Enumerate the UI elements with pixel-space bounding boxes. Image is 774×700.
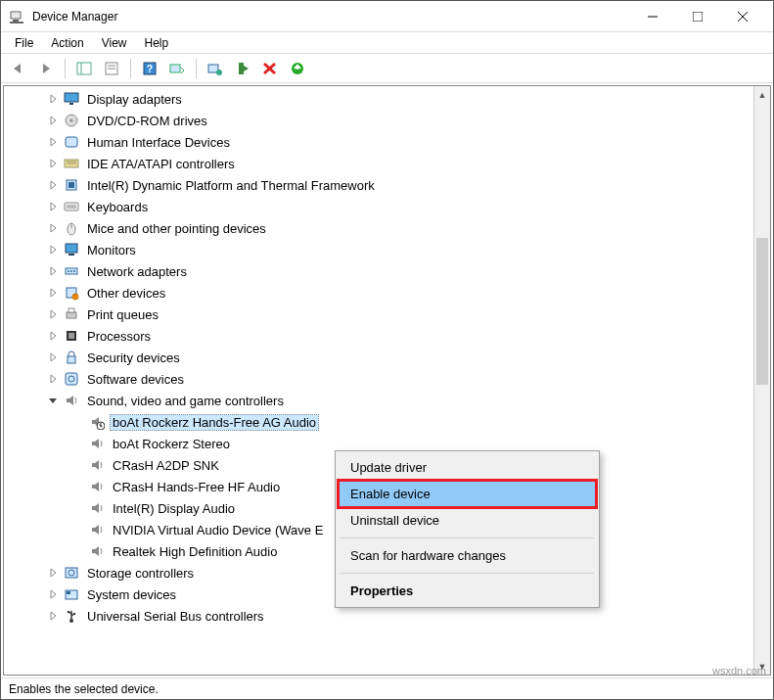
keyboard-icon (63, 198, 80, 215)
tree-item[interactable]: Network adapters (4, 260, 753, 282)
tree-item-label: Print queues (84, 306, 161, 323)
tree-item-label: IDE ATA/ATAPI controllers (84, 156, 238, 172)
svg-point-41 (73, 270, 75, 272)
svg-rect-56 (67, 591, 70, 594)
expander-icon[interactable] (45, 328, 61, 344)
tree-item[interactable]: Intel(R) Dynamic Platform and Thermal Fr… (4, 174, 753, 196)
expander-icon[interactable] (45, 306, 61, 322)
ide-icon (63, 155, 80, 172)
cd-icon (63, 112, 80, 129)
svg-rect-25 (66, 137, 77, 147)
properties-button[interactable] (100, 57, 123, 80)
expander-icon[interactable] (45, 177, 61, 193)
menu-action[interactable]: Action (43, 34, 91, 52)
ctx-scan-hardware[interactable]: Scan for hardware changes (339, 542, 596, 569)
storage-icon (63, 564, 80, 582)
printer-icon (63, 305, 80, 323)
expander-icon[interactable] (45, 608, 61, 624)
svg-point-40 (70, 270, 72, 272)
tree-item[interactable]: Display adapters (4, 88, 753, 110)
back-button[interactable] (7, 57, 30, 80)
tree-item[interactable]: boAt Rockerz Hands-Free AG Audio (4, 411, 753, 433)
tree-item[interactable]: Print queues (4, 303, 753, 325)
expander-icon[interactable] (45, 91, 61, 107)
expander-icon[interactable] (45, 350, 61, 365)
svg-point-24 (70, 119, 73, 122)
tree-item[interactable]: Universal Serial Bus controllers (4, 605, 753, 627)
expander-icon[interactable] (45, 393, 61, 408)
toolbar: ? (1, 54, 773, 83)
minimize-button[interactable] (630, 2, 675, 31)
scrollbar[interactable]: ▲ ▼ (753, 86, 770, 675)
status-bar: Enables the selected device. (1, 677, 773, 699)
forward-button[interactable] (34, 57, 58, 80)
svg-rect-50 (66, 373, 77, 385)
ctx-separator (341, 573, 594, 574)
svg-rect-1 (13, 20, 19, 22)
tree-item[interactable]: Mice and other pointing devices (4, 217, 753, 239)
tree-item[interactable]: Sound, video and game controllers (4, 390, 753, 411)
speaker-icon (88, 542, 106, 560)
ctx-properties[interactable]: Properties (339, 578, 596, 604)
network-icon (63, 262, 80, 280)
svg-rect-36 (66, 244, 77, 253)
watermark: wsxdn.com (712, 665, 766, 677)
show-hide-button[interactable] (72, 57, 96, 80)
scan-button[interactable] (165, 57, 189, 80)
expander-icon[interactable] (45, 199, 61, 214)
svg-rect-46 (68, 308, 74, 312)
expander-icon[interactable] (45, 113, 61, 128)
tree-item[interactable]: Keyboards (4, 196, 753, 217)
svg-point-57 (69, 619, 73, 623)
ctx-uninstall-device[interactable]: Uninstall device (339, 507, 596, 534)
tree-item[interactable]: Software devices (4, 368, 753, 390)
tree-item-label: Security devices (84, 350, 183, 366)
expander-icon[interactable] (45, 285, 61, 301)
tree-item[interactable]: Processors (4, 325, 753, 347)
expander-icon[interactable] (45, 586, 61, 602)
close-button[interactable] (720, 2, 765, 31)
update-driver-icon[interactable] (204, 57, 227, 80)
help-button[interactable]: ? (138, 57, 161, 80)
tree-item-label: Storage controllers (84, 565, 197, 582)
menu-view[interactable]: View (94, 34, 135, 52)
expander-icon[interactable] (45, 220, 61, 236)
tree-item-label: NVIDIA Virtual Audio Device (Wave E (110, 522, 326, 538)
speaker-icon (88, 456, 106, 474)
scroll-up-icon[interactable]: ▲ (754, 86, 770, 103)
ctx-update-driver[interactable]: Update driver (339, 454, 596, 481)
maximize-button[interactable] (675, 2, 720, 31)
expander-icon[interactable] (45, 156, 61, 171)
other-icon: ! (63, 284, 80, 302)
uninstall-device-icon[interactable] (286, 57, 309, 80)
svg-rect-14 (170, 65, 180, 72)
usb-icon (63, 607, 80, 625)
tree-item[interactable]: Monitors (4, 239, 753, 260)
expander-icon[interactable] (45, 242, 61, 257)
expander-icon[interactable] (45, 263, 61, 279)
menu-help[interactable]: Help (137, 34, 177, 52)
tree-item[interactable]: !Other devices (4, 282, 753, 303)
tree-item-label: CRasH Hands-Free HF Audio (110, 479, 283, 495)
software-icon (63, 370, 80, 388)
svg-rect-21 (65, 93, 78, 102)
tree-item-label: Monitors (84, 242, 139, 258)
speaker-icon (88, 435, 106, 452)
disable-device-icon[interactable] (258, 57, 282, 80)
scroll-thumb[interactable] (756, 238, 768, 385)
expander-icon[interactable] (45, 134, 61, 150)
svg-rect-17 (239, 63, 244, 74)
tree-item[interactable]: Security devices (4, 347, 753, 368)
enable-device-icon[interactable] (231, 57, 254, 80)
svg-point-39 (68, 270, 69, 272)
ctx-enable-device[interactable]: Enable device (339, 481, 596, 507)
tree-item-label: boAt Rockerz Hands-Free AG Audio (110, 414, 319, 431)
tree-item[interactable]: DVD/CD-ROM drives (4, 110, 753, 131)
tree-item[interactable]: Human Interface Devices (4, 131, 753, 153)
menu-file[interactable]: File (7, 34, 41, 52)
svg-rect-4 (693, 12, 703, 22)
svg-rect-49 (68, 356, 75, 363)
tree-item[interactable]: IDE ATA/ATAPI controllers (4, 153, 753, 174)
expander-icon[interactable] (45, 371, 61, 387)
expander-icon[interactable] (45, 565, 61, 581)
